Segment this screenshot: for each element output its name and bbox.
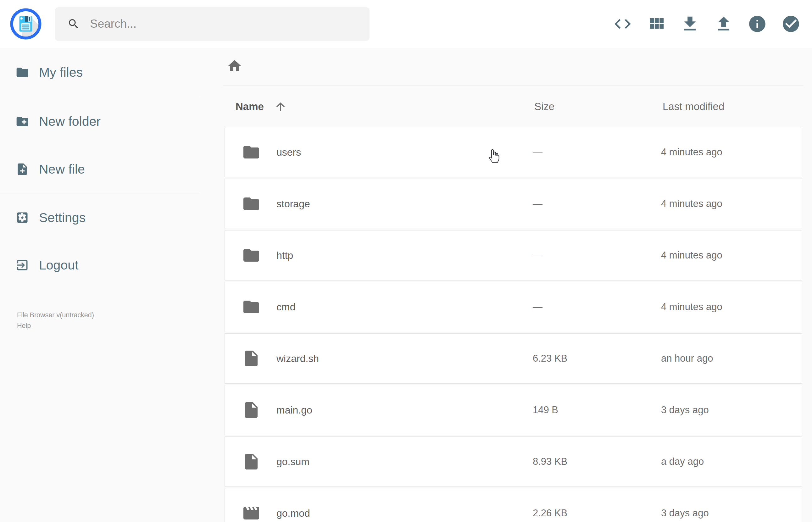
switch-view-button[interactable]: [647, 14, 666, 34]
sidebar-item-label: My files: [39, 65, 83, 80]
column-header-modified[interactable]: Last modified: [663, 101, 804, 113]
sidebar-credits: File Browser v(untracked) Help: [0, 310, 199, 331]
check-circle-icon: [781, 14, 801, 34]
table-row-users[interactable]: users — 4 minutes ago: [225, 127, 802, 177]
topbar-actions: [613, 14, 801, 34]
file-name: users: [277, 146, 301, 158]
sidebar-item-new-folder[interactable]: New folder: [0, 107, 199, 136]
file-size: —: [533, 250, 661, 261]
file-size: 149 B: [533, 404, 661, 416]
column-header-size[interactable]: Size: [534, 101, 663, 113]
table-row-main-go[interactable]: main.go 149 B 3 days ago: [225, 385, 802, 435]
table-row-http[interactable]: http — 4 minutes ago: [225, 230, 802, 281]
logout-icon: [15, 258, 29, 272]
file-size: —: [533, 198, 661, 209]
file-name: storage: [277, 198, 310, 210]
listing-header: Name Size Last modified: [223, 86, 804, 127]
file-name: go.mod: [277, 507, 310, 519]
folder-icon: [242, 246, 261, 265]
folder-plus-icon: [15, 115, 29, 128]
select-multiple-button[interactable]: [781, 14, 801, 34]
file-size: —: [533, 301, 661, 313]
column-header-name[interactable]: Name: [223, 100, 534, 113]
search-icon: [67, 18, 80, 30]
filebrowser-logo[interactable]: [10, 8, 42, 40]
file-plus-icon: [15, 162, 29, 176]
file-modified: 4 minutes ago: [661, 250, 802, 261]
sidebar-divider: [0, 97, 199, 97]
file-modified: 4 minutes ago: [661, 146, 802, 158]
file-icon: [242, 349, 261, 368]
upload-button[interactable]: [714, 14, 733, 34]
top-bar: [0, 0, 812, 48]
sidebar-item-label: Logout: [39, 258, 78, 273]
sidebar-item-label: New file: [39, 162, 85, 177]
sidebar-item-logout[interactable]: Logout: [0, 251, 199, 279]
file-name: cmd: [277, 301, 295, 313]
search-bar[interactable]: [55, 7, 369, 41]
folder-icon: [242, 143, 261, 162]
app-version-text: File Browser v(untracked): [17, 310, 199, 320]
file-size: 6.23 KB: [533, 353, 661, 364]
table-row-go-sum[interactable]: go.sum 8.93 KB a day ago: [225, 437, 802, 487]
search-input[interactable]: [89, 17, 348, 31]
help-link[interactable]: Help: [17, 320, 31, 331]
file-modified: 4 minutes ago: [661, 198, 802, 209]
file-modified: 4 minutes ago: [661, 301, 802, 313]
table-row-wizard-sh[interactable]: wizard.sh 6.23 KB an hour ago: [225, 333, 802, 384]
sidebar-item-label: Settings: [39, 210, 85, 225]
download-icon: [680, 14, 700, 34]
file-listing-area: Name Size Last modified users — 4 minute…: [199, 48, 812, 522]
table-row-go-mod[interactable]: go.mod 2.26 KB 3 days ago: [225, 488, 802, 522]
file-size: 2.26 KB: [533, 507, 661, 519]
sidebar-item-new-file[interactable]: New file: [0, 155, 199, 183]
file-modified: 3 days ago: [661, 404, 802, 416]
sidebar-divider: [0, 193, 199, 194]
file-modified: an hour ago: [661, 353, 802, 364]
file-name: go.sum: [277, 456, 309, 468]
file-size: 8.93 KB: [533, 456, 661, 467]
file-name: main.go: [277, 404, 312, 416]
settings-icon: [15, 211, 29, 224]
file-modified: a day ago: [661, 456, 802, 467]
file-name: http: [277, 250, 293, 261]
info-icon: [748, 14, 767, 34]
file-name: wizard.sh: [277, 353, 319, 364]
file-icon: [242, 452, 261, 471]
home-button[interactable]: [227, 58, 242, 73]
file-modified: 3 days ago: [661, 507, 802, 519]
sidebar: My files New folder New file Settings Lo…: [0, 48, 199, 522]
folder-icon: [242, 194, 261, 213]
code-icon: [613, 14, 632, 34]
info-button[interactable]: [748, 14, 767, 34]
sidebar-item-my-files[interactable]: My files: [0, 58, 199, 86]
breadcrumb: [223, 48, 804, 86]
movie-icon: [242, 504, 261, 522]
table-row-storage[interactable]: storage — 4 minutes ago: [225, 179, 802, 229]
grid-view-icon: [647, 14, 666, 34]
sidebar-item-label: New folder: [39, 114, 101, 129]
folder-icon: [15, 65, 29, 79]
listing-rows: users — 4 minutes ago storage — 4 minute…: [225, 127, 802, 522]
sidebar-item-settings[interactable]: Settings: [0, 203, 199, 232]
file-icon: [242, 401, 261, 420]
file-size: —: [533, 146, 661, 158]
download-button[interactable]: [680, 14, 700, 34]
upload-icon: [714, 14, 733, 34]
home-icon: [227, 58, 242, 73]
table-row-cmd[interactable]: cmd — 4 minutes ago: [225, 282, 802, 332]
sort-ascending-icon: [274, 100, 287, 113]
folder-icon: [242, 298, 261, 316]
raw-view-button[interactable]: [613, 14, 632, 34]
